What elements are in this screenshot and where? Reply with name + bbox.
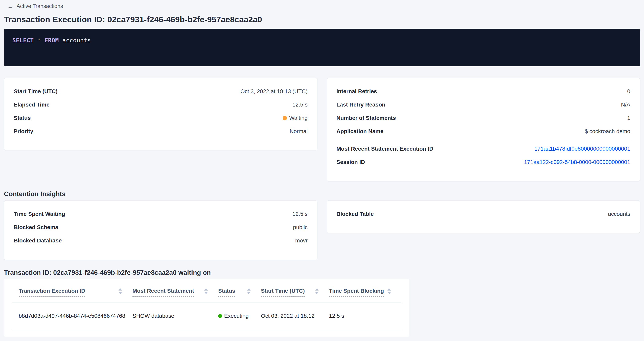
row-value: accounts xyxy=(608,211,630,217)
cell-time-spent-blocking: 12.5 s xyxy=(329,313,401,319)
row-value: Normal xyxy=(290,128,308,135)
row-label: Last Retry Reason xyxy=(336,101,386,108)
column-header-transaction-execution-id[interactable]: Transaction Execution ID xyxy=(12,288,132,302)
page-title: Transaction Execution ID: 02ca7931-f246-… xyxy=(4,15,640,24)
summary-row-start-time: Start Time (UTC) Oct 3, 2022 at 18:13 (U… xyxy=(14,85,308,98)
status-text: Executing xyxy=(224,313,248,319)
column-header-label: Most Recent Statement xyxy=(132,288,194,297)
row-value: 12.5 s xyxy=(292,211,308,217)
row-value: 0 xyxy=(627,88,630,95)
contention-right-card: Blocked Table accounts xyxy=(327,201,640,233)
column-header-label: Time Spent Blocking xyxy=(329,288,384,297)
session-id-link[interactable]: 171aa122-c092-54b8-0000-000000000001 xyxy=(524,159,630,165)
summary-row-status: Status Waiting xyxy=(14,111,308,125)
column-header-most-recent-statement[interactable]: Most Recent Statement xyxy=(132,288,218,302)
column-header-label: Status xyxy=(218,288,235,297)
sort-arrows-icon xyxy=(247,288,250,294)
details-card: Internal Retries 0 Last Retry Reason N/A… xyxy=(327,78,640,181)
column-header-time-spent-blocking[interactable]: Time Spent Blocking xyxy=(329,288,401,302)
summary-row-number-of-statements: Number of Statements 1 xyxy=(336,111,630,125)
row-label: Application Name xyxy=(336,128,384,135)
column-header-status[interactable]: Status xyxy=(218,288,261,302)
status-waiting-dot-icon xyxy=(282,116,287,120)
row-value: movr xyxy=(295,238,308,244)
row-value: public xyxy=(293,224,308,231)
row-label: Number of Statements xyxy=(336,115,396,121)
summary-row-last-retry-reason: Last Retry Reason N/A xyxy=(336,98,630,111)
row-value: N/A xyxy=(621,101,630,108)
summary-cards-row: Start Time (UTC) Oct 3, 2022 at 18:13 (U… xyxy=(4,78,640,181)
page-root: ← Active Transactions Transaction Execut… xyxy=(0,0,644,337)
waiting-on-heading: Transaction ID: 02ca7931-f246-469b-b2fe-… xyxy=(4,269,640,277)
row-label: Blocked Database xyxy=(14,238,62,244)
back-arrow-icon: ← xyxy=(7,3,13,9)
sql-keyword: FROM xyxy=(44,37,62,44)
row-label: Session ID xyxy=(336,159,365,165)
sort-arrows-icon xyxy=(388,288,391,294)
column-header-label: Transaction Execution ID xyxy=(19,288,85,297)
column-header-label: Start Time (UTC) xyxy=(261,288,305,297)
contention-left-card: Time Spent Waiting 12.5 s Blocked Schema… xyxy=(4,201,318,260)
sort-arrows-icon xyxy=(118,288,122,294)
cell-most-recent-statement: SHOW database xyxy=(132,313,218,319)
row-label: Priority xyxy=(14,128,33,135)
row-label: Blocked Schema xyxy=(14,224,58,231)
row-value: 1 xyxy=(627,115,630,121)
summary-row-session-id: Session ID 171aa122-c092-54b8-0000-00000… xyxy=(336,156,630,169)
row-label: Time Spent Waiting xyxy=(14,211,65,217)
card-divider xyxy=(336,140,630,140)
sql-statement-box: SELECT * FROM accounts xyxy=(4,29,640,66)
waiting-on-table-card: Transaction Execution ID Most Recent Sta… xyxy=(4,279,409,337)
row-label: Start Time (UTC) xyxy=(14,88,58,95)
sql-star: * xyxy=(38,37,44,44)
row-label: Blocked Table xyxy=(336,211,374,217)
summary-row-elapsed-time: Elapsed Time 12.5 s xyxy=(14,98,308,111)
cell-status: Executing xyxy=(218,313,261,319)
contention-cards-row: Time Spent Waiting 12.5 s Blocked Schema… xyxy=(4,201,640,260)
back-link[interactable]: ← Active Transactions xyxy=(7,3,63,9)
status-executing-dot-icon xyxy=(218,314,222,318)
contention-row-blocked-schema: Blocked Schema public xyxy=(14,221,308,234)
sort-arrows-icon xyxy=(204,288,208,294)
sql-keyword: SELECT xyxy=(12,37,38,44)
row-label: Elapsed Time xyxy=(14,101,50,108)
contention-row-blocked-database: Blocked Database movr xyxy=(14,234,308,247)
statement-execution-id-link[interactable]: 171aa1b478fdf0e80000000000000001 xyxy=(534,146,630,152)
contention-insights-heading: Contention Insights xyxy=(4,190,640,198)
summary-row-internal-retries: Internal Retries 0 xyxy=(336,85,630,98)
row-label: Most Recent Statement Execution ID xyxy=(336,146,434,152)
summary-row-priority: Priority Normal xyxy=(14,125,308,138)
row-value: $ cockroach demo xyxy=(585,128,630,135)
row-value: 12.5 s xyxy=(292,101,308,108)
table-row: b8d7d03a-d497-446b-8474-e50846674768 SHO… xyxy=(12,303,401,330)
cell-start-time: Oct 03, 2022 at 18:12 xyxy=(261,313,329,319)
sql-statement: SELECT * FROM accounts xyxy=(12,37,91,44)
overview-card: Start Time (UTC) Oct 3, 2022 at 18:13 (U… xyxy=(4,78,318,150)
row-value: Waiting xyxy=(282,115,308,121)
column-header-start-time[interactable]: Start Time (UTC) xyxy=(261,288,329,302)
back-link-label: Active Transactions xyxy=(16,3,63,9)
row-label: Internal Retries xyxy=(336,88,377,95)
contention-row-blocked-table: Blocked Table accounts xyxy=(336,207,630,221)
summary-row-statement-execution-id: Most Recent Statement Execution ID 171aa… xyxy=(336,142,630,156)
sql-table-name: accounts xyxy=(62,37,91,44)
status-text: Waiting xyxy=(289,115,308,121)
summary-row-application-name: Application Name $ cockroach demo xyxy=(336,125,630,138)
sort-arrows-icon xyxy=(315,288,318,294)
row-label: Status xyxy=(14,115,31,121)
contention-row-time-spent-waiting: Time Spent Waiting 12.5 s xyxy=(14,207,308,221)
waiting-on-table-header: Transaction Execution ID Most Recent Sta… xyxy=(12,279,401,303)
row-value: Oct 3, 2022 at 18:13 (UTC) xyxy=(240,88,308,95)
cell-transaction-execution-id: b8d7d03a-d497-446b-8474-e50846674768 xyxy=(12,313,132,319)
